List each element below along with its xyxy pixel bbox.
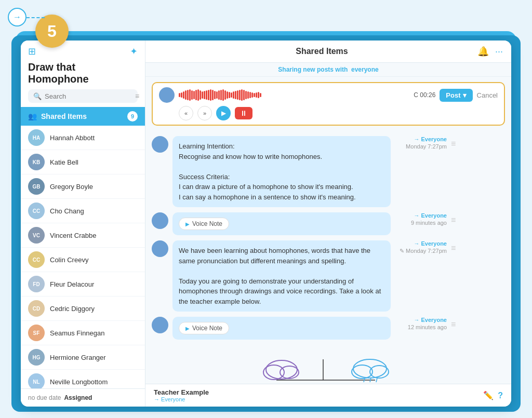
- feed-recipient: → Everyone: [414, 240, 447, 247]
- main-window: ⊞ ✦ Draw that Homophone 🔍 ≡ 👥 Shared Ite…: [21, 41, 511, 407]
- teacher-example-info: Teacher Example → Everyone: [154, 388, 209, 402]
- feed-bubble: Learning Intention: Recognise and know h…: [172, 136, 391, 207]
- feed-time: Monday 7:27pm: [406, 143, 447, 150]
- sidebar-footer: no due date Assigned: [21, 388, 145, 407]
- student-item[interactable]: CDCedric Diggory: [21, 296, 145, 321]
- feed-bubble: Voice Note: [172, 212, 391, 235]
- search-bar: 🔍 ≡: [28, 89, 138, 103]
- avatar: VC: [28, 227, 45, 244]
- avatar: SF: [28, 325, 45, 341]
- avatar: CC: [28, 251, 45, 268]
- back-arrow-button[interactable]: [8, 8, 26, 26]
- svg-point-4: [280, 366, 299, 379]
- avatar: GB: [28, 178, 45, 195]
- student-name: Colin Creevy: [50, 256, 88, 264]
- shared-items-nav[interactable]: 👥 Shared Items 9: [21, 107, 145, 126]
- page-title: Shared Items: [296, 47, 348, 56]
- voice-note-button[interactable]: Voice Note: [179, 218, 229, 230]
- feed-avatar: [152, 317, 168, 333]
- rewind-button[interactable]: «: [179, 106, 193, 120]
- student-item[interactable]: FDFleur Delacour: [21, 272, 145, 296]
- main-content: Shared Items 🔔 ··· Sharing new posts wit…: [145, 41, 511, 407]
- sidebar: ⊞ ✦ Draw that Homophone 🔍 ≡ 👥 Shared Ite…: [21, 41, 145, 407]
- feed-item: Voice Note→ Everyone9 minutes ago≡: [152, 212, 505, 235]
- feed-time: 9 minutes ago: [411, 220, 447, 226]
- feed-time: 12 minutes ago: [408, 324, 447, 330]
- header-icons: 🔔 ···: [477, 46, 503, 57]
- feed-menu-icon[interactable]: ≡: [451, 139, 456, 149]
- feed-avatar: [152, 240, 168, 257]
- student-item[interactable]: NLNeville Longbottom: [21, 370, 145, 388]
- forward-button[interactable]: »: [197, 106, 212, 120]
- sidebar-settings-icon[interactable]: ✦: [130, 46, 138, 57]
- step-badge: 5: [35, 15, 69, 48]
- app-title: Draw that Homophone: [21, 59, 145, 89]
- edit-icon[interactable]: ✏️: [483, 390, 494, 400]
- shared-items-people-icon: 👥: [28, 112, 37, 120]
- recording-avatar: [159, 87, 175, 103]
- feed-menu-icon[interactable]: ≡: [451, 244, 456, 253]
- arrow-icon: →: [154, 396, 159, 402]
- pause-button[interactable]: ⏸: [235, 107, 252, 119]
- help-icon[interactable]: ?: [498, 391, 503, 400]
- feed-avatar: [152, 212, 168, 229]
- feed-avatar: [152, 136, 168, 153]
- play-button[interactable]: ▶: [216, 106, 231, 120]
- cancel-button[interactable]: Cancel: [477, 91, 498, 99]
- feed: Learning Intention: Recognise and know h…: [145, 131, 511, 353]
- student-item[interactable]: CCColin Creevy: [21, 248, 145, 272]
- student-item[interactable]: HGHermione Granger: [21, 345, 145, 370]
- sharing-banner: Sharing new posts with everyone: [145, 63, 511, 77]
- recording-timer: C 00:26: [414, 91, 435, 99]
- feed-bubble: Voice Note: [172, 317, 391, 340]
- sharing-text: Sharing new posts with: [278, 66, 348, 73]
- svg-line-10: [376, 378, 377, 382]
- feed-recipient: → Everyone: [414, 212, 447, 219]
- student-item[interactable]: VCVincent Crabbe: [21, 223, 145, 248]
- student-item[interactable]: GBGregory Boyle: [21, 174, 145, 199]
- student-item[interactable]: CCCho Chang: [21, 199, 145, 223]
- student-name: Cho Chang: [50, 207, 84, 215]
- student-name: Fleur Delacour: [50, 280, 94, 288]
- feed-meta: → Everyone9 minutes ago: [395, 212, 447, 226]
- student-name: Hermione Granger: [50, 354, 106, 361]
- notification-icon[interactable]: 🔔: [477, 46, 489, 57]
- avatar: HG: [28, 349, 45, 366]
- feed-menu-icon[interactable]: ≡: [451, 215, 456, 225]
- search-input[interactable]: [45, 92, 132, 100]
- more-options-icon[interactable]: ···: [495, 46, 503, 57]
- avatar: NL: [28, 373, 45, 388]
- teacher-example-bar: Teacher Example → Everyone ✏️ ?: [145, 384, 511, 407]
- feed-time: ✎ Monday 7:27pm: [400, 248, 447, 254]
- feed-menu-icon[interactable]: ≡: [451, 320, 456, 329]
- sidebar-top-bar: ⊞ ✦: [21, 41, 145, 59]
- recording-top: C 00:26 Post ▾ Cancel: [159, 87, 498, 103]
- svg-point-5: [353, 359, 387, 378]
- feed-item: We have been learning about homophones, …: [152, 240, 505, 312]
- feed-bubble: We have been learning about homophones, …: [172, 240, 391, 312]
- avatar: HA: [28, 129, 45, 146]
- feed-recipient: → Everyone: [414, 317, 447, 323]
- search-icon: 🔍: [33, 92, 42, 100]
- avatar: CC: [28, 203, 45, 219]
- dashed-connector: [26, 17, 45, 18]
- recording-bar: C 00:26 Post ▾ Cancel « » ▶ ⏸: [152, 82, 505, 126]
- student-item[interactable]: KBKatie Bell: [21, 150, 145, 174]
- feed-item: Voice Note→ Everyone12 minutes ago≡: [152, 317, 505, 340]
- voice-note-button[interactable]: Voice Note: [179, 322, 229, 334]
- filter-icon[interactable]: ≡: [135, 92, 139, 100]
- sidebar-layout-icon[interactable]: ⊞: [28, 46, 36, 57]
- teacher-example-icons: ✏️ ?: [483, 390, 503, 400]
- avatar: KB: [28, 154, 45, 170]
- due-date-label: no due date: [28, 394, 61, 401]
- feed-meta: → EveryoneMonday 7:27pm: [395, 136, 447, 150]
- student-item[interactable]: SFSeamus Finnegan: [21, 321, 145, 345]
- student-name: Hannah Abbott: [50, 134, 95, 142]
- post-button[interactable]: Post ▾: [440, 89, 472, 102]
- student-item[interactable]: HAHannah Abbott: [21, 126, 145, 150]
- student-name: Neville Longbottom: [50, 378, 108, 386]
- drawing-preview: [145, 353, 511, 384]
- student-name: Cedric Diggory: [50, 305, 95, 313]
- recording-controls: « » ▶ ⏸: [159, 106, 498, 120]
- feed-item: Learning Intention: Recognise and know h…: [152, 136, 505, 207]
